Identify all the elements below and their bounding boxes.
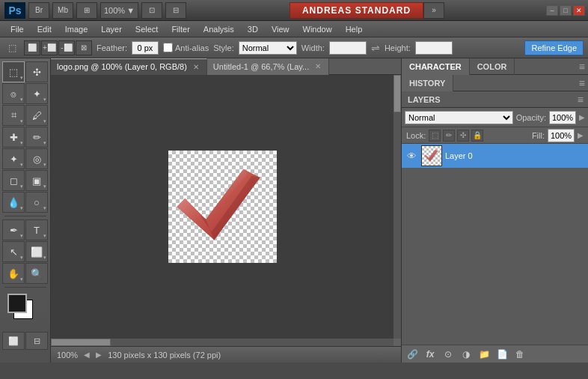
- hand-tool[interactable]: ✋▾: [2, 263, 25, 284]
- clone-stamp-tool[interactable]: ✦▾: [2, 148, 25, 169]
- menu-image[interactable]: Image: [59, 22, 94, 37]
- tab-logo-close[interactable]: ✕: [192, 62, 200, 71]
- tab-color[interactable]: COLOR: [470, 58, 515, 75]
- extend-button[interactable]: »: [423, 2, 444, 19]
- width-input[interactable]: [329, 41, 367, 55]
- tab-history[interactable]: HISTORY: [402, 75, 453, 91]
- dodge-tool[interactable]: ○▾: [25, 192, 48, 213]
- screen-button[interactable]: ⊟: [165, 2, 186, 19]
- close-button[interactable]: ✕: [573, 5, 585, 16]
- width-label: Width:: [301, 43, 325, 52]
- add-mask-btn[interactable]: ⊙: [441, 348, 456, 361]
- magic-wand-tool[interactable]: ✦▾: [25, 83, 48, 104]
- main-area: ⬚▾ ✣ ⌾▾ ✦▾ ⌗▾ 🖊▾ ✚▾ ✏▾ ✦▾ ◎▾ ◻▾ ▣▾ 💧▾ ○▾: [0, 58, 588, 363]
- feather-input[interactable]: [132, 41, 159, 55]
- minimize-button[interactable]: –: [546, 5, 558, 16]
- layer-item[interactable]: 👁: [402, 144, 588, 168]
- layers-menu-icon[interactable]: ≡: [573, 94, 588, 106]
- quick-mask-btn[interactable]: ⊟: [25, 332, 48, 350]
- zoom-tool[interactable]: 🔍: [25, 263, 48, 284]
- shape-tool[interactable]: ⬜▾: [25, 241, 48, 262]
- maximize-button[interactable]: □: [560, 5, 572, 16]
- foreground-color-swatch[interactable]: [7, 294, 27, 313]
- layers-section: LAYERS ≡ Normal Multiply Screen Opacity:…: [402, 91, 588, 363]
- history-menu-icon[interactable]: ≡: [576, 75, 588, 91]
- tab-untitled-label: Untitled-1 @ 66,7% (Lay...: [213, 62, 309, 71]
- lock-pixels-btn[interactable]: ✏: [443, 130, 455, 142]
- tab-untitled[interactable]: Untitled-1 @ 66,7% (Lay... ✕: [207, 58, 329, 75]
- intersect-selection-btn[interactable]: ⊠: [76, 40, 92, 55]
- adjustment-btn[interactable]: ◑: [459, 348, 474, 361]
- vertical-scrollbar-thumb[interactable]: [393, 75, 401, 112]
- image-canvas: [168, 151, 277, 263]
- eraser-tool[interactable]: ◻▾: [2, 170, 25, 191]
- zoom-arrow[interactable]: ▼: [126, 6, 135, 15]
- new-group-btn[interactable]: 📁: [477, 348, 491, 361]
- layer-visibility-toggle[interactable]: 👁: [405, 149, 418, 163]
- link-layers-btn[interactable]: 🔗: [405, 348, 420, 361]
- menu-edit[interactable]: Edit: [31, 22, 58, 37]
- blur-tool[interactable]: 💧▾: [2, 192, 25, 213]
- menu-file[interactable]: File: [4, 22, 30, 37]
- pen-tool[interactable]: ✒▾: [2, 219, 25, 240]
- bridge-button[interactable]: Br: [28, 2, 49, 19]
- type-tool[interactable]: T▾: [25, 219, 48, 240]
- lock-icons: ⬚ ✏ ✣ 🔒: [429, 130, 483, 142]
- lasso-tool[interactable]: ⌾▾: [2, 83, 25, 104]
- healing-brush-tool[interactable]: ✚▾: [2, 127, 25, 148]
- delete-layer-btn[interactable]: 🗑: [512, 348, 527, 361]
- status-arrow-right[interactable]: ▶: [96, 351, 102, 359]
- fx-btn[interactable]: fx: [423, 348, 438, 361]
- swap-icon[interactable]: ⇌: [371, 42, 380, 54]
- lock-all-btn[interactable]: 🔒: [471, 130, 483, 142]
- blend-mode-select[interactable]: Normal Multiply Screen: [405, 111, 513, 124]
- marquee-tool[interactable]: ⬚▾: [2, 61, 25, 82]
- eyedropper-tool[interactable]: 🖊▾: [25, 105, 48, 126]
- fill-input[interactable]: [548, 129, 575, 142]
- menu-filter[interactable]: Filter: [165, 22, 195, 37]
- lock-transparent-btn[interactable]: ⬚: [429, 130, 441, 142]
- zoom-control[interactable]: 100% ▼: [100, 2, 138, 19]
- path-selection-tool[interactable]: ↖▾: [2, 241, 25, 262]
- minibrige-button[interactable]: Mb: [52, 2, 73, 19]
- new-layer-btn[interactable]: 📄: [494, 348, 509, 361]
- opacity-input[interactable]: [549, 111, 576, 124]
- lock-position-btn[interactable]: ✣: [457, 130, 469, 142]
- horizontal-scrollbar[interactable]: [51, 339, 393, 346]
- view-button[interactable]: ⊡: [141, 2, 162, 19]
- tab-character[interactable]: CHARACTER: [402, 58, 470, 75]
- status-arrow-left[interactable]: ◀: [84, 351, 90, 359]
- brush-tool[interactable]: ✏▾: [25, 127, 48, 148]
- horizontal-scrollbar-thumb[interactable]: [51, 339, 111, 346]
- tab-logo-png[interactable]: logo.png @ 100% (Layer 0, RGB/8) ✕: [51, 58, 207, 75]
- panel-menu-icon[interactable]: ≡: [576, 58, 588, 74]
- vertical-scrollbar[interactable]: [393, 75, 401, 339]
- anti-alias-checkbox[interactable]: Anti-alias: [163, 43, 209, 52]
- document-canvas[interactable]: [51, 75, 393, 339]
- height-input[interactable]: [415, 41, 453, 55]
- style-select[interactable]: Normal Fixed Ratio Fixed Size: [239, 41, 297, 55]
- menu-layer[interactable]: Layer: [95, 22, 128, 37]
- move-tool[interactable]: ✣: [25, 61, 48, 82]
- arrange-button[interactable]: ⊞: [76, 2, 97, 19]
- crop-tool[interactable]: ⌗▾: [2, 105, 25, 126]
- subtract-selection-btn[interactable]: -⬜: [58, 40, 75, 55]
- add-selection-btn[interactable]: +⬜: [41, 40, 58, 55]
- opacity-arrow[interactable]: ▶: [579, 113, 585, 121]
- new-selection-btn[interactable]: ⬜: [24, 40, 40, 55]
- color-swatches-area: [7, 294, 43, 327]
- refine-edge-button[interactable]: Refine Edge: [524, 40, 584, 55]
- menu-help[interactable]: Help: [340, 22, 369, 37]
- menu-3d[interactable]: 3D: [242, 22, 264, 37]
- menu-window[interactable]: Window: [297, 22, 338, 37]
- standard-mode-btn[interactable]: ⬜: [2, 332, 25, 350]
- tab-untitled-close[interactable]: ✕: [313, 62, 322, 71]
- anti-alias-check[interactable]: [163, 43, 173, 52]
- workspace-title[interactable]: ANDREAS STANDARD: [290, 2, 423, 19]
- menu-select[interactable]: Select: [129, 22, 165, 37]
- menu-analysis[interactable]: Analysis: [197, 22, 240, 37]
- gradient-tool[interactable]: ▣▾: [25, 170, 48, 191]
- fill-arrow[interactable]: ▶: [578, 131, 584, 139]
- history-brush-tool[interactable]: ◎▾: [25, 148, 48, 169]
- menu-view[interactable]: View: [266, 22, 295, 37]
